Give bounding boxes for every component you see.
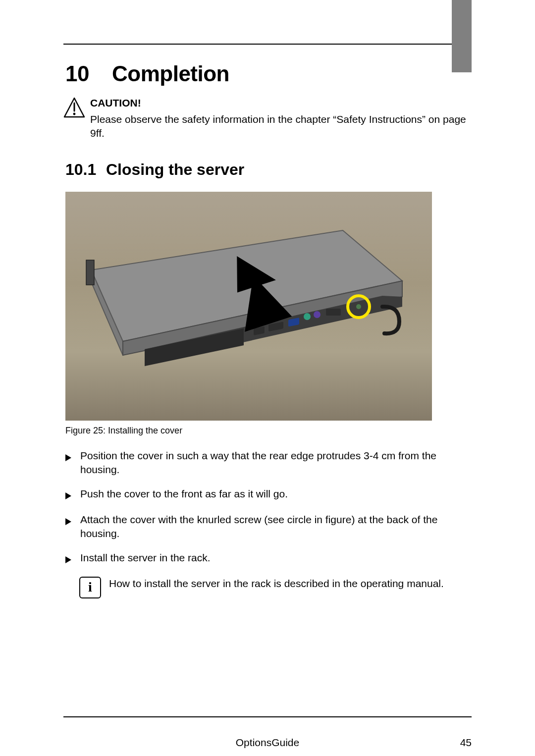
chapter-title-text: Completion <box>112 61 229 86</box>
svg-marker-18 <box>65 454 71 461</box>
caution-label: CAUTION! <box>90 96 472 109</box>
triangle-bullet-icon <box>65 513 80 529</box>
list-item: Push the cover to the front as far as it… <box>65 487 472 503</box>
caution-text: Please observe the safety information in… <box>90 113 466 138</box>
svg-point-12 <box>314 311 321 318</box>
svg-point-11 <box>304 313 311 320</box>
step-text: Push the cover to the front as far as it… <box>80 487 472 501</box>
svg-point-16 <box>356 304 361 309</box>
caution-note: CAUTION! Please observe the safety infor… <box>63 96 472 140</box>
triangle-bullet-icon <box>65 487 80 503</box>
info-text: How to install the server in the rack is… <box>109 577 444 591</box>
svg-point-2 <box>73 113 76 115</box>
step-text: Install the server in the rack. <box>80 551 472 565</box>
page-number: 45 <box>460 737 472 748</box>
svg-rect-17 <box>86 260 94 285</box>
figure-image <box>65 192 432 421</box>
info-note: i How to install the server in the rack … <box>79 577 472 598</box>
svg-rect-13 <box>326 309 341 316</box>
step-text: Attach the cover with the knurled screw … <box>80 513 472 541</box>
triangle-bullet-icon <box>65 551 80 567</box>
figure-caption: Figure 25: Installing the cover <box>65 426 472 436</box>
section-title-text: Closing the server <box>106 161 244 178</box>
list-item: Install the server in the rack. <box>65 551 472 567</box>
list-item: Position the cover in such a way that th… <box>65 449 472 477</box>
server-illustration <box>85 221 412 385</box>
svg-marker-19 <box>65 492 71 499</box>
top-rule <box>63 44 472 45</box>
caution-icon <box>63 96 85 122</box>
step-list: Position the cover in such a way that th… <box>65 449 472 567</box>
chapter-number: 10 <box>65 61 112 86</box>
chapter-heading: 10Completion <box>65 61 472 86</box>
bottom-rule <box>63 716 472 717</box>
info-icon: i <box>79 577 101 598</box>
document-page: 10Completion CAUTION! Please observe the… <box>0 0 535 756</box>
step-text: Position the cover in such a way that th… <box>80 449 472 477</box>
triangle-bullet-icon <box>65 449 80 465</box>
svg-marker-21 <box>65 556 71 563</box>
caution-body: CAUTION! Please observe the safety infor… <box>90 96 472 140</box>
section-heading: 10.1Closing the server <box>65 161 472 179</box>
footer-title: OptionsGuide <box>63 737 472 748</box>
figure <box>65 192 432 421</box>
svg-marker-20 <box>65 518 71 525</box>
section-number: 10.1 <box>65 161 106 179</box>
list-item: Attach the cover with the knurled screw … <box>65 513 472 541</box>
section-tab <box>452 0 472 72</box>
